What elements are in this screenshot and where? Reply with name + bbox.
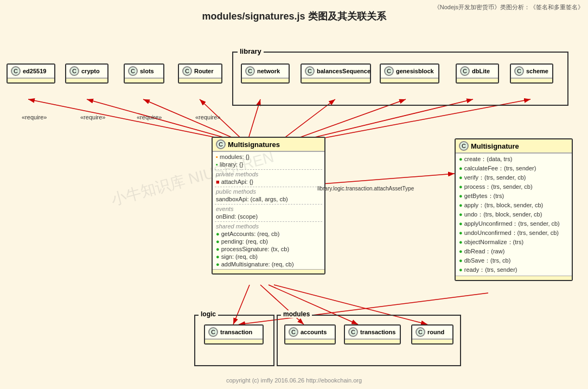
c-icon: C <box>416 327 425 337</box>
uml-box-router: C Router <box>178 63 222 84</box>
uml-header-ed25519: C ed25519 <box>8 65 54 78</box>
library-label: library <box>238 47 264 55</box>
label: dbLite <box>472 68 490 74</box>
c-icon: C <box>208 327 218 337</box>
label: Router <box>194 68 213 74</box>
uml-header-router: C Router <box>179 65 221 78</box>
c-icon: C <box>460 66 470 76</box>
c-icon: C <box>289 327 298 337</box>
section-public: public methods <box>215 187 322 195</box>
uml-footer <box>213 269 324 273</box>
ms-create: ● create：(data, trs) <box>458 155 570 164</box>
logic-label: logic <box>199 310 218 318</box>
uml-header-network: C network <box>242 65 289 78</box>
field-onbind: onBind: (scope) <box>215 213 322 220</box>
uml-footer <box>8 78 54 82</box>
uml-body-multisignature: ● create：(data, trs) ● calculateFee：(trs… <box>456 154 572 276</box>
label: slots <box>140 68 154 74</box>
label: ed25519 <box>23 68 46 74</box>
uml-header-balancessequence: C balancesSequence <box>302 65 370 78</box>
label: transactions <box>360 329 395 335</box>
label: crypto <box>81 68 100 74</box>
field-attachapi: ■ attachApi: {} <box>215 178 322 186</box>
uml-header-transaction: C transaction <box>205 326 263 339</box>
uml-box-accounts: C accounts <box>284 324 336 345</box>
c-icon: C <box>128 66 138 76</box>
c-icon: C <box>69 66 79 76</box>
require-label-2: «require» <box>80 114 105 120</box>
require-label-4: «require» <box>195 114 220 120</box>
uml-box-dblite: C dbLite <box>456 63 499 84</box>
uml-footer <box>381 78 438 82</box>
ms-undounconf: ● undoUnconfirmed：(trs, sender, cb) <box>458 228 570 238</box>
section-shared: shared methods <box>215 221 322 230</box>
uml-footer <box>511 78 552 82</box>
c-icon: C <box>305 66 315 76</box>
label: balancesSequence <box>317 68 370 74</box>
c-icon: C <box>348 327 358 337</box>
uml-box-balancessequence: C balancesSequence <box>301 63 371 84</box>
uml-box-network: C network <box>241 63 290 84</box>
label: transaction <box>220 329 252 335</box>
ms-process: ● process：(trs, sender, cb) <box>458 182 570 192</box>
c-icon: C <box>11 66 21 76</box>
field-sign: ● sign: (req, cb) <box>215 253 322 260</box>
field-sandboxapi: sandboxApi: (call, args, cb) <box>215 195 322 203</box>
uml-box-scheme: C scheme <box>510 63 553 84</box>
label: accounts <box>301 329 327 335</box>
label: network <box>257 68 280 74</box>
uml-footer <box>125 78 163 82</box>
label: genesisblock <box>396 68 434 74</box>
uml-footer <box>302 78 370 82</box>
svg-line-10 <box>293 99 531 144</box>
ms-undo: ● undo：(trs, block, sender, cb) <box>458 210 570 219</box>
uml-header-accounts: C accounts <box>285 326 335 339</box>
uml-footer <box>179 78 221 82</box>
c-icon: C <box>216 139 226 149</box>
field-addmultisig: ● addMultisignature: (req, cb) <box>215 260 322 268</box>
modules-label: modules <box>281 310 312 318</box>
field-pending: ● pending: (req, cb) <box>215 238 322 245</box>
ms-dbsave: ● dbSave：(trs, cb) <box>458 256 570 265</box>
ms-getbytes: ● getBytes：(trs) <box>458 192 570 201</box>
field-getaccounts: ● getAccounts: (req, cb) <box>215 230 322 238</box>
ms-dbread: ● dbRead：(raw) <box>458 247 570 256</box>
uml-header-round: C round <box>412 326 452 339</box>
uml-box-transaction: C transaction <box>204 324 264 345</box>
c-icon: C <box>245 66 255 76</box>
ms-calcfee: ● calculateFee：(trs, sender) <box>458 164 570 173</box>
uml-box-multisignature: C Multisignature ● create：(data, trs) ● … <box>455 138 573 281</box>
uml-header-multisignature: C Multisignature <box>456 139 572 154</box>
uml-box-ed25519: C ed25519 <box>7 63 55 84</box>
require-label-3: «require» <box>137 114 162 120</box>
uml-header-scheme: C scheme <box>511 65 552 78</box>
uml-footer <box>242 78 289 82</box>
svg-line-11 <box>315 174 455 184</box>
uml-header-slots: C slots <box>125 65 163 78</box>
section-events: events <box>215 204 322 213</box>
ms-applyunconf: ● applyUnconfirmed：(trs, sender, cb) <box>458 219 570 228</box>
uml-footer <box>412 339 452 343</box>
field-processsig: ● processSignature: (tx, cb) <box>215 245 322 253</box>
c-icon: C <box>514 66 524 76</box>
c-icon: C <box>459 141 469 151</box>
label: Multisignatures <box>228 141 280 149</box>
copyright: copyright (c) imfly 2016.06.26 http://eb… <box>0 377 588 384</box>
c-icon: C <box>182 66 192 76</box>
label: Multisignature <box>471 142 519 150</box>
attach-asset-label: library.logic.transaction.attachAssetTyp… <box>317 186 414 192</box>
ms-objnorm: ● objectNormalize：(trs) <box>458 238 570 247</box>
uml-box-genesisblock: C genesisblock <box>380 63 439 84</box>
uml-box-round: C round <box>411 324 453 345</box>
uml-header-crypto: C crypto <box>66 65 107 78</box>
top-right-note: 《Nodejs开发加密货币》类图分析：《签名和多重签名》 <box>434 3 584 11</box>
uml-box-transactions: C transactions <box>344 324 401 345</box>
uml-header-dblite: C dbLite <box>457 65 498 78</box>
uml-box-crypto: C crypto <box>65 63 108 84</box>
c-icon: C <box>384 66 394 76</box>
ms-apply: ● apply：(trs, block, sender, cb) <box>458 201 570 210</box>
uml-header-transactions: C transactions <box>345 326 400 339</box>
uml-footer <box>285 339 335 343</box>
uml-footer <box>66 78 107 82</box>
ms-verify: ● verify：(trs, sender, cb) <box>458 173 570 182</box>
